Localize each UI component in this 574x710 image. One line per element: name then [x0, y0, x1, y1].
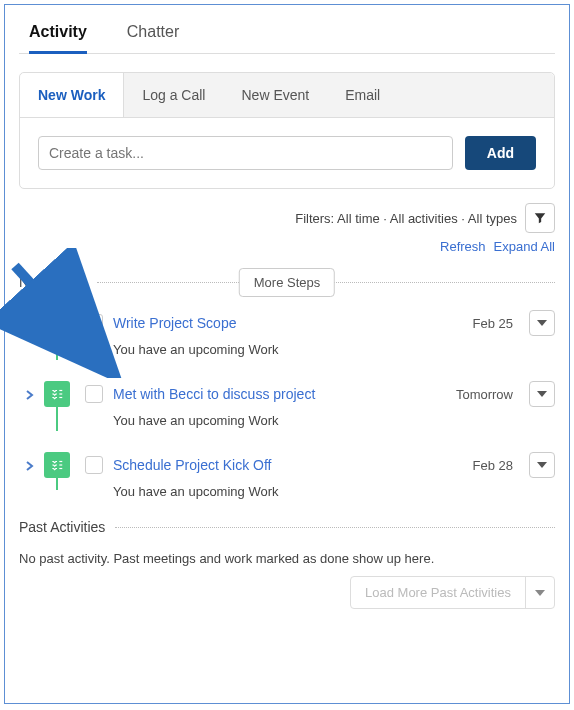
top-tab-bar: Activity Chatter	[19, 17, 555, 54]
tab-new-work[interactable]: New Work	[20, 73, 124, 117]
task-icon	[44, 310, 70, 336]
add-button[interactable]: Add	[465, 136, 536, 170]
caret-down-icon	[537, 462, 547, 468]
item-subtitle: You have an upcoming Work	[113, 484, 555, 499]
load-more-button[interactable]: Load More Past Activities	[351, 577, 526, 608]
svg-rect-8	[59, 468, 62, 469]
timeline-item: Met with Becci to discuss project Tomorr…	[25, 381, 555, 452]
task-input-row: Add	[20, 118, 554, 188]
item-title-link[interactable]: Met with Becci to discuss project	[113, 386, 446, 402]
timeline-connector	[56, 336, 58, 360]
expand-chevron-icon[interactable]	[25, 381, 43, 403]
load-more-group: Load More Past Activities	[350, 576, 555, 609]
svg-rect-7	[59, 464, 62, 465]
next-steps-header: Next Steps More Steps	[19, 274, 555, 290]
item-subtitle: You have an upcoming Work	[113, 342, 555, 357]
divider	[115, 527, 555, 528]
filter-button[interactable]	[525, 203, 555, 233]
timeline-item: Write Project Scope Feb 25 You have an u…	[25, 310, 555, 381]
item-menu-button[interactable]	[529, 381, 555, 407]
tab-log-call[interactable]: Log a Call	[124, 73, 223, 117]
expand-chevron-icon[interactable]	[25, 310, 43, 332]
funnel-icon	[533, 211, 547, 225]
create-task-input[interactable]	[38, 136, 453, 170]
item-date: Feb 25	[473, 316, 519, 331]
svg-rect-6	[59, 461, 62, 462]
tab-activity[interactable]: Activity	[29, 17, 87, 53]
past-activities-header: Past Activities	[19, 519, 555, 535]
complete-checkbox[interactable]	[85, 314, 103, 332]
complete-checkbox[interactable]	[85, 385, 103, 403]
item-title-link[interactable]: Write Project Scope	[113, 315, 463, 331]
timeline-connector	[56, 478, 58, 490]
item-date: Feb 28	[473, 458, 519, 473]
timeline-item: Schedule Project Kick Off Feb 28 You hav…	[25, 452, 555, 511]
caret-down-icon	[537, 320, 547, 326]
tab-email[interactable]: Email	[327, 73, 398, 117]
next-steps-title: Next Steps	[19, 274, 97, 290]
expand-chevron-icon[interactable]	[25, 452, 43, 474]
no-past-message: No past activity. Past meetings and work…	[19, 551, 555, 566]
task-icon	[44, 381, 70, 407]
complete-checkbox[interactable]	[85, 456, 103, 474]
item-menu-button[interactable]	[529, 310, 555, 336]
load-more-dropdown[interactable]	[526, 577, 554, 608]
task-icon	[44, 452, 70, 478]
item-title-link[interactable]: Schedule Project Kick Off	[113, 457, 463, 473]
timeline-connector	[56, 407, 58, 431]
past-activities-title: Past Activities	[19, 519, 115, 535]
caret-down-icon	[537, 391, 547, 397]
timeline: Write Project Scope Feb 25 You have an u…	[19, 310, 555, 511]
svg-rect-1	[59, 322, 62, 323]
svg-rect-4	[59, 393, 62, 394]
more-steps-button[interactable]: More Steps	[239, 268, 335, 297]
compose-card: New Work Log a Call New Event Email Add	[19, 72, 555, 189]
svg-rect-5	[59, 397, 62, 398]
tab-chatter[interactable]: Chatter	[127, 17, 179, 53]
filters-row: Filters: All time · All activities · All…	[19, 203, 555, 233]
svg-rect-2	[59, 326, 62, 327]
tab-new-event[interactable]: New Event	[223, 73, 327, 117]
item-menu-button[interactable]	[529, 452, 555, 478]
svg-rect-0	[59, 319, 62, 320]
refresh-link[interactable]: Refresh	[440, 239, 486, 254]
compose-tabs: New Work Log a Call New Event Email	[20, 73, 554, 118]
load-more-row: Load More Past Activities	[19, 576, 555, 609]
expand-all-link[interactable]: Expand All	[494, 239, 555, 254]
filters-label: Filters: All time · All activities · All…	[295, 211, 517, 226]
activity-panel: Activity Chatter New Work Log a Call New…	[4, 4, 570, 704]
links-row: Refresh Expand All	[19, 239, 555, 254]
caret-down-icon	[535, 590, 545, 596]
item-date: Tomorrow	[456, 387, 519, 402]
svg-rect-3	[59, 390, 62, 391]
item-subtitle: You have an upcoming Work	[113, 413, 555, 428]
